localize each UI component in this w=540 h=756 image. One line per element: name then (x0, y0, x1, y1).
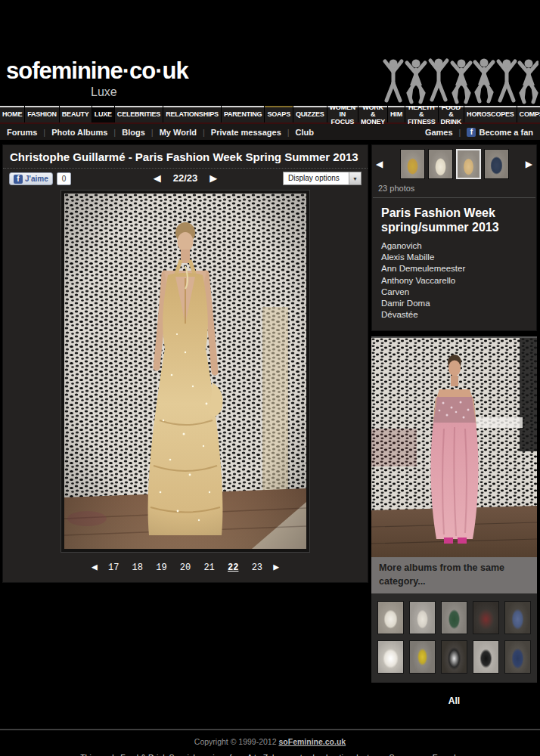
site-header: sofeminine·co·uk Luxe (0, 0, 540, 106)
photo-pagination: ◀ 17 18 19 20 21 22 23 ▶ (3, 553, 368, 582)
page-20[interactable]: 20 (180, 562, 191, 573)
site-logo[interactable]: sofeminine·co·uk (6, 57, 188, 85)
tab-home[interactable]: HOME (0, 106, 24, 122)
album-thumbnail[interactable] (504, 601, 531, 634)
album-thumbnail[interactable] (409, 640, 436, 674)
tab-him[interactable]: HIM (388, 106, 405, 122)
album-thumbnail[interactable] (377, 601, 404, 634)
tab-fashion[interactable]: FASHION (25, 106, 59, 122)
subnav-forums[interactable]: Forums (7, 128, 37, 137)
tab-work-money[interactable]: WORK & MONEY (358, 106, 387, 122)
community-nav: Forums Photo Albums Blogs My World Priva… (0, 124, 540, 140)
tab-relationships[interactable]: RELATIONSHIPS (163, 106, 221, 122)
tab-quizzes[interactable]: QUIZZES (293, 106, 327, 122)
content-area: Christophe Guillarmé - Paris Fashion Wee… (0, 144, 540, 706)
subnav-games[interactable]: Games (425, 128, 453, 137)
designer-link[interactable]: Dévastée (381, 309, 527, 321)
subnav-club[interactable]: Club (281, 128, 314, 137)
designer-link[interactable]: Carven (381, 287, 527, 298)
sidebar-photo-pink-dress[interactable] (371, 336, 537, 557)
thumbnail-yellow-dress[interactable] (400, 149, 425, 179)
pagination-prev-icon[interactable]: ◀ (92, 562, 98, 573)
strip-next-icon[interactable]: ▶ (526, 159, 532, 169)
page-19[interactable]: 19 (156, 562, 166, 573)
tab-celebrities[interactable]: CELEBRITIES (115, 106, 163, 122)
album-thumbnail[interactable] (441, 601, 467, 634)
page-21[interactable]: 21 (203, 562, 214, 573)
footer: Copyright © 1999-2012 soFeminine.co.uk T… (0, 729, 540, 756)
copyright-text: Copyright © 1999-2012 (194, 737, 279, 746)
page-title: Christophe Guillarmé - Paris Fashion Wee… (3, 145, 368, 169)
previous-photo-arrow-icon[interactable]: ◀ (154, 173, 161, 183)
album-thumbnail[interactable] (441, 640, 467, 674)
thumbnail-strip: ◀ ▶ (372, 145, 536, 181)
page-23[interactable]: 23 (252, 562, 262, 573)
subnav-blogs[interactable]: Blogs (107, 128, 144, 137)
copyright-site-link[interactable]: soFeminine.co.uk (278, 737, 346, 746)
subnav-photo-albums[interactable]: Photo Albums (37, 128, 107, 137)
photo-controls: f J'aime 0 ◀ 22/23 ▶ Display options ▼ (3, 169, 368, 189)
designer-link[interactable]: Alexis Mabille (381, 252, 527, 263)
album-thumbnail[interactable] (377, 640, 404, 674)
display-options-select[interactable]: Display options ▼ (283, 172, 362, 185)
main-photo (61, 190, 310, 553)
tab-comps[interactable]: COMPS (517, 106, 540, 122)
tab-food-drink[interactable]: FOOD & DRINK (439, 106, 464, 122)
photos-count: 23 photos (372, 181, 536, 197)
tab-beauty[interactable]: BEAUTY (60, 106, 92, 122)
become-a-fan-link[interactable]: f Become a fan (467, 128, 533, 137)
designer-list: Aganovich Alexis Mabille Ann Demeulemees… (372, 239, 536, 327)
next-photo-arrow-icon[interactable]: ▶ (209, 173, 217, 183)
designer-link[interactable]: Damir Doma (381, 298, 527, 309)
this-week-links[interactable]: This week: Food & Drink Special : recipe… (0, 753, 540, 756)
album-title: Paris Fashion Week spring/summer 2013 (372, 198, 536, 239)
page-18[interactable]: 18 (132, 562, 143, 573)
more-albums-grid (371, 593, 537, 683)
tab-women-in-focus[interactable]: WOMEN IN FOCUS (327, 106, 358, 122)
designer-link[interactable]: Ann Demeulemeester (381, 263, 527, 274)
designer-link[interactable]: Anthony Vaccarello (381, 275, 527, 287)
tab-health-fitness[interactable]: HEALTH & FITNESS (405, 106, 438, 122)
more-albums-header: More albums from the same category... (371, 557, 537, 594)
photo-counter: 22/23 (173, 172, 198, 184)
thumbnail-white-dress[interactable] (428, 149, 453, 179)
thumbnail-navy-outfit[interactable] (484, 149, 509, 179)
subnav-my-world[interactable]: My World (145, 128, 197, 137)
album-thumbnail[interactable] (473, 601, 499, 634)
dancing-figures-illustration (383, 57, 538, 107)
tab-parenting[interactable]: PARENTING (222, 106, 265, 122)
strip-prev-icon[interactable]: ◀ (376, 159, 383, 169)
main-nav: HOME FASHION BEAUTY LUXE CELEBRITIES REL… (0, 106, 540, 124)
page-17[interactable]: 17 (108, 562, 119, 573)
become-a-fan-label: Become a fan (479, 128, 533, 137)
page-22-current[interactable]: 22 (228, 562, 238, 573)
album-sidebar: ◀ ▶ 23 photos Paris Fashion Week spring/… (371, 144, 537, 706)
tab-luxe[interactable]: LUXE (92, 106, 114, 122)
pagination-next-icon[interactable]: ▶ (273, 562, 279, 573)
display-options-label: Display options (284, 172, 349, 184)
tab-soaps[interactable]: SOAPS (265, 106, 293, 122)
photo-viewer-panel: Christophe Guillarmé - Paris Fashion Wee… (2, 144, 368, 583)
album-thumbnail[interactable] (504, 640, 531, 674)
chevron-down-icon: ▼ (349, 172, 361, 184)
facebook-icon: f (467, 128, 476, 137)
subnav-private-messages[interactable]: Private messages (197, 128, 281, 137)
separator: | (459, 128, 461, 137)
album-thumbnail[interactable] (473, 640, 499, 674)
all-albums-link[interactable]: All (371, 696, 537, 706)
site-tagline: Luxe (91, 85, 117, 99)
album-thumbnail[interactable] (409, 601, 436, 634)
thumbnail-gold-dress-selected[interactable] (456, 149, 481, 179)
designer-link[interactable]: Aganovich (381, 240, 527, 252)
tab-horoscopes[interactable]: HOROSCOPES (464, 106, 517, 122)
